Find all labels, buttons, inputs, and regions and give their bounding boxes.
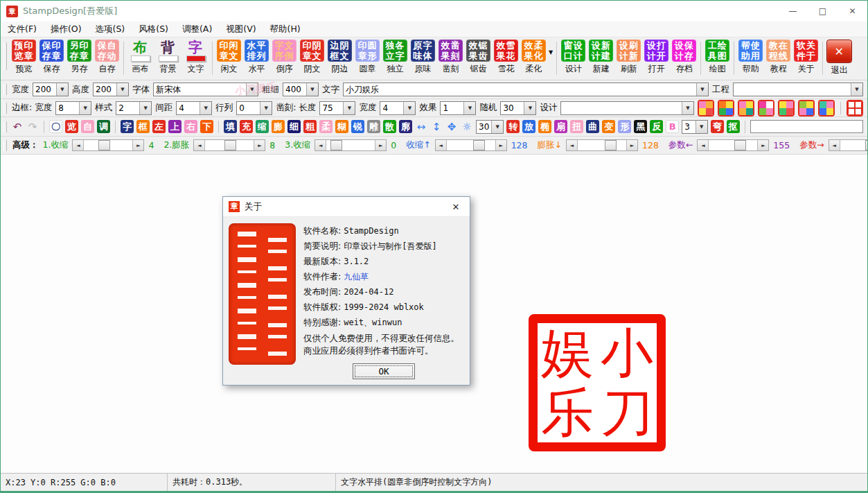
design-preset-combo[interactable]: ▼	[560, 101, 694, 115]
fan-chip[interactable]: 扇	[554, 120, 567, 133]
param-left-thumb[interactable]	[734, 140, 746, 150]
menu-file[interactable]: 文件(F)	[1, 21, 44, 37]
soft-chip[interactable]: 柔	[319, 120, 333, 133]
expand-2-track[interactable]	[205, 140, 254, 150]
save-as-button[interactable]: 另印存章另存	[66, 40, 93, 75]
color-preset-7[interactable]	[818, 100, 835, 116]
project-dropdown-icon[interactable]: ▼	[851, 83, 862, 96]
param-left-slider[interactable]: ◄►	[697, 139, 769, 151]
open-design-button[interactable]: 设打计开打开	[643, 40, 670, 75]
carve-chip[interactable]: 雕	[367, 120, 380, 133]
close-icon[interactable]: ✕	[838, 1, 867, 21]
canvas-button[interactable]: 布画布	[127, 40, 154, 75]
redo-icon[interactable]: ↷	[26, 120, 39, 133]
row-col-dropdown-icon[interactable]: ▼	[260, 102, 272, 114]
frame-chip[interactable]: 框	[136, 120, 150, 133]
shrink-3-slider[interactable]: ◄►	[315, 139, 387, 151]
scatter-chip[interactable]: 散	[383, 120, 396, 133]
horizontal-button[interactable]: 水平排列水平	[243, 40, 270, 75]
up-chip[interactable]: 上	[168, 120, 181, 133]
param-left-left-icon[interactable]: ◄	[698, 140, 709, 150]
contour-chip[interactable]: 廓	[399, 120, 412, 133]
shrink-chip[interactable]: 缩	[256, 120, 269, 133]
chisel-effect-combo[interactable]: 1▼	[440, 101, 476, 115]
shrink-up-left-icon[interactable]: ◄	[436, 140, 447, 150]
menu-style[interactable]: 风格(S)	[132, 21, 175, 37]
about-button[interactable]: 软关件于关于	[792, 40, 820, 75]
fill-chip[interactable]: 填	[224, 120, 237, 133]
border-style-combo[interactable]: 2▼	[116, 101, 152, 115]
shape-chip[interactable]: 形	[618, 120, 631, 133]
expand-2-slider[interactable]: ◄►	[193, 139, 265, 151]
shrink-1-left-icon[interactable]: ◄	[73, 140, 84, 150]
maximize-icon[interactable]: □	[808, 1, 838, 21]
ring-chip[interactable]: 〇	[49, 120, 62, 133]
color-preset-5[interactable]	[778, 100, 795, 116]
menu-options[interactable]: 选项(S)	[89, 21, 132, 37]
rotate-sun-icon[interactable]: ☼	[461, 120, 473, 133]
snowflake-effect-button[interactable]: 效雪果花雪花	[493, 40, 520, 75]
row-col-combo[interactable]: 0▼	[236, 101, 272, 115]
right-chip[interactable]: 右	[184, 120, 197, 133]
reverse-order-button[interactable]: 字文序倒倒序	[271, 40, 298, 75]
shrink-up-slider[interactable]: ◄►	[435, 139, 507, 151]
bend-chip[interactable]: 弯	[711, 120, 724, 133]
char-spacing-dropdown-icon[interactable]: ▼	[200, 102, 211, 114]
soften-effect-button[interactable]: 效柔果化柔化	[520, 40, 547, 75]
round-stamp-button[interactable]: 印圆章形圆章	[354, 40, 381, 75]
transform-chip[interactable]: 变	[602, 120, 615, 133]
design-window-button[interactable]: 窗设口计设计	[560, 40, 587, 75]
param-left-right-icon[interactable]: ►	[757, 140, 768, 150]
adjust-chip[interactable]: 调	[97, 120, 110, 133]
extract-chip[interactable]: 抠	[727, 120, 740, 133]
preview-button[interactable]: 预印览章预览	[10, 40, 37, 75]
shrink-1-thumb[interactable]	[98, 140, 110, 150]
save-button[interactable]: 保印存章保存	[38, 40, 65, 75]
param-right-track[interactable]	[840, 140, 868, 150]
expand-chip[interactable]: 膨	[272, 120, 285, 133]
rotate-angle-combo[interactable]: 30▼	[476, 120, 504, 134]
new-design-button[interactable]: 设新计建新建	[587, 40, 614, 75]
grid-outline-preset[interactable]	[847, 100, 863, 116]
dialog-close-icon[interactable]: ✕	[442, 197, 470, 216]
menu-adjust[interactable]: 调整(A)	[175, 21, 219, 37]
expand-2-right-icon[interactable]: ►	[254, 140, 265, 150]
chisel-width-dropdown-icon[interactable]: ▼	[403, 102, 415, 114]
expand-2-thumb[interactable]	[224, 140, 236, 150]
stamp-text-dropdown-icon[interactable]: ▼	[696, 83, 708, 96]
ellipse-chip[interactable]: 椭	[538, 120, 551, 133]
chisel-width-combo[interactable]: 4▼	[380, 101, 416, 115]
left-chip[interactable]: 左	[152, 120, 166, 133]
sawtooth-effect-button[interactable]: 效锯果齿锯齿	[465, 40, 492, 75]
move-icon[interactable]: ✥	[445, 120, 458, 133]
rotate-chip[interactable]: 转	[506, 120, 520, 133]
param-left-track[interactable]	[709, 140, 757, 150]
shrink-3-thumb[interactable]	[330, 140, 342, 150]
color-preset-1[interactable]	[698, 100, 714, 116]
design-preset-dropdown-icon[interactable]: ▼	[682, 102, 693, 114]
shrink-1-right-icon[interactable]: ►	[132, 140, 143, 150]
stamp-width-combo[interactable]: 200▼	[33, 83, 69, 96]
author-link[interactable]: 九仙草	[344, 272, 369, 282]
refresh-design-button[interactable]: 设刷计新刷新	[615, 40, 642, 75]
exit-button[interactable]: ✕退出	[826, 40, 853, 76]
stamp-height-dropdown-icon[interactable]: ▼	[116, 83, 128, 96]
stamp-height-combo[interactable]: 200▼	[93, 83, 129, 96]
font-dropdown-icon[interactable]: ▼	[246, 83, 258, 96]
font-combo[interactable]: 新宋体▼	[153, 83, 258, 96]
scale-chip[interactable]: 放	[522, 120, 535, 133]
shrink-1-track[interactable]	[84, 140, 132, 150]
chisel-effect-dropdown-icon[interactable]: ▼	[463, 102, 475, 114]
auto-chip[interactable]: 自	[81, 120, 94, 133]
shrink-3-left-icon[interactable]: ◄	[315, 140, 326, 150]
shrink-up-right-icon[interactable]: ►	[495, 140, 506, 150]
yin-border-button[interactable]: 边阴框文阴边	[326, 40, 353, 75]
yin-text-button[interactable]: 印阴章文阴文	[299, 40, 326, 75]
shrink-up-thumb[interactable]	[473, 140, 485, 150]
background-button[interactable]: 背背景	[154, 40, 181, 75]
rotate-angle-dropdown-icon[interactable]: ▼	[491, 121, 503, 133]
border-width-dropdown-icon[interactable]: ▼	[79, 102, 91, 114]
auto-save-button[interactable]: 保自存动自存	[94, 40, 121, 75]
shrink-3-right-icon[interactable]: ►	[375, 140, 386, 150]
down-chip[interactable]: 下	[200, 120, 213, 133]
